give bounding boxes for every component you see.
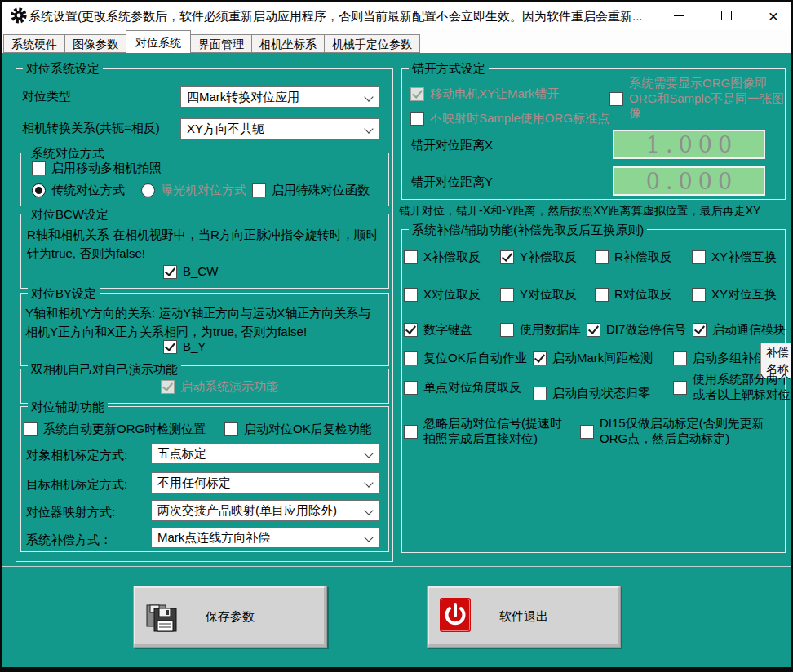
cb-show-org-image[interactable]: 系统需要显示ORG图像即ORG和Sample不是同一张图像 xyxy=(609,82,789,115)
checkbox-box xyxy=(404,351,418,365)
align-type-select[interactable]: 四Mark转换对位应用 xyxy=(180,86,380,108)
group-stagger-title: 错开方式设定 xyxy=(409,60,489,76)
checkbox-box xyxy=(163,340,177,354)
radio-dot xyxy=(32,183,46,197)
aligner-mapping-select[interactable]: 两次交接产品映射(单目应用除外) xyxy=(151,500,380,521)
cb-single-point-angle-invert[interactable]: 单点对位角度取反 xyxy=(404,378,521,396)
maximize-button[interactable] xyxy=(707,2,745,29)
group-compensation-title: 系统补偿/辅助功能(补偿先取反后互换原则) xyxy=(409,222,647,237)
checkbox-box xyxy=(500,250,514,264)
object-cam-calib-label: 对象相机标定方式: xyxy=(26,448,127,463)
radio-dot xyxy=(141,183,155,197)
cb-b-y[interactable]: B_Y xyxy=(163,338,206,356)
cb-xy-comp-swap[interactable]: XY补偿互换 xyxy=(692,248,777,266)
cb-enable-moving-multicam[interactable]: 启用移动多相机拍照 xyxy=(32,159,162,177)
group-aux-title: 对位辅助功能 xyxy=(28,399,108,414)
checkbox-box xyxy=(500,323,514,337)
tab-ui-manage[interactable]: 界面管理 xyxy=(190,34,252,53)
chevron-down-icon xyxy=(364,124,373,133)
radio-exposure-align[interactable]: 曝光机对位方式 xyxy=(141,181,246,199)
tab-robot-params[interactable]: 机械手定位参数 xyxy=(324,34,420,53)
checkbox-box xyxy=(404,250,418,264)
cb-b-cw[interactable]: B_CW xyxy=(163,263,218,281)
checkbox-box xyxy=(673,381,687,395)
checkbox-box xyxy=(533,387,547,400)
checkbox-box xyxy=(587,323,600,337)
tab-camera-coords[interactable]: 相机坐标系 xyxy=(251,34,325,53)
chevron-down-icon xyxy=(364,506,373,515)
settings-window: 系统设置(更改系统参数后，软件必须重新启动应用程序，否则当前最新配置不会立即生效… xyxy=(0,0,793,672)
cb-multi-group-comp[interactable]: 启动多组补偿 xyxy=(673,349,766,367)
stagger-dist-x-label: 错开对位距离X xyxy=(411,138,493,153)
checkbox-box xyxy=(404,323,418,337)
cb-r-align-invert[interactable]: R对位取反 xyxy=(595,285,672,303)
cb-move-motor-xy-stagger[interactable]: 移动电机XY让Mark错开 xyxy=(410,85,559,103)
cb-r-comp-invert[interactable]: R补偿取反 xyxy=(595,248,672,266)
tab-align-system[interactable]: 对位系统 xyxy=(126,30,191,53)
checkbox-box xyxy=(595,288,609,302)
checkbox-box xyxy=(32,161,46,175)
cb-numeric-keypad[interactable]: 数字键盘 xyxy=(404,321,472,338)
checkbox-box xyxy=(24,422,38,436)
panel-separator xyxy=(2,566,791,567)
checkbox-box xyxy=(410,112,424,126)
checkbox-box xyxy=(404,425,418,439)
checkbox-box xyxy=(161,380,175,394)
stagger-dist-x-input[interactable]: 1.000 xyxy=(613,130,765,159)
checkbox-box xyxy=(533,351,547,365)
save-params-button[interactable]: 保存参数 xyxy=(133,586,327,648)
radio-traditional-align[interactable]: 传统对位方式 xyxy=(32,181,125,199)
minimize-button[interactable] xyxy=(660,2,698,29)
checkbox-box xyxy=(692,288,706,302)
cb-auto-work-after-reset[interactable]: 复位OK后自动作业 xyxy=(404,349,527,367)
checkbox-box xyxy=(500,288,514,302)
checkbox-box xyxy=(595,250,609,264)
cb-x-comp-invert[interactable]: X补偿取反 xyxy=(404,248,481,266)
checkbox-box xyxy=(224,422,238,436)
cb-y-comp-invert[interactable]: Y补偿取反 xyxy=(500,248,577,266)
align-type-label: 对位类型 xyxy=(22,89,71,104)
minimize-icon xyxy=(674,15,684,16)
cb-di7-estop[interactable]: DI7做急停信号 xyxy=(587,321,686,338)
cb-ignore-start-align-signal[interactable]: 忽略启动对位信号(提速时拍照完成后直接对位) xyxy=(404,415,564,448)
checkbox-box xyxy=(404,381,418,395)
tab-image-params[interactable]: 图像参数 xyxy=(64,34,126,53)
chevron-down-icon xyxy=(364,533,373,542)
cb-di15-calib-only[interactable]: DI15仅做启动标定(否则先更新ORG点，然后启动标定) xyxy=(580,415,777,448)
power-exit-icon xyxy=(440,598,471,635)
object-cam-calib-select[interactable]: 五点标定 xyxy=(151,443,380,464)
gear-icon xyxy=(10,7,28,28)
cb-auto-state-zero[interactable]: 启动自动状态归零 xyxy=(533,384,650,402)
target-cam-calib-label: 目标相机标定方式: xyxy=(26,477,127,493)
align-type-value: 四Mark转换对位应用 xyxy=(187,90,299,105)
exit-app-button[interactable]: 软件退出 xyxy=(427,586,621,648)
cb-start-demo-function[interactable]: 启动系统演示功能 xyxy=(161,378,278,396)
cb-y-align-invert[interactable]: Y对位取反 xyxy=(500,285,577,303)
save-params-label: 保存参数 xyxy=(206,609,255,625)
cb-xy-align-swap[interactable]: XY对位互换 xyxy=(692,285,777,303)
cb-recheck-after-ok[interactable]: 启动对位OK后复检功能 xyxy=(224,420,372,438)
window-title: 系统设置(更改系统参数后，软件必须重新启动应用程序，否则当前最新配置不会立即生效… xyxy=(29,9,643,24)
cb-sample-use-org-standard[interactable]: 不映射时Sample使用ORG标准点 xyxy=(410,109,609,127)
titlebar: 系统设置(更改系统参数后，软件必须重新启动应用程序，否则当前最新配置不会立即生效… xyxy=(2,2,791,29)
stagger-dist-y-input[interactable]: 0.000 xyxy=(613,166,765,196)
tab-strip: 系统硬件 图像参数 对位系统 界面管理 相机坐标系 机械手定位参数 xyxy=(2,29,791,53)
group-align-system-title: 对位系统设定 xyxy=(23,60,103,76)
cb-comm-module[interactable]: 启动通信模块 xyxy=(693,321,786,338)
cb-mark-distance-check[interactable]: 启动Mark间距检测 xyxy=(533,349,653,367)
cb-x-align-invert[interactable]: X对位取反 xyxy=(404,285,481,303)
tab-system-hardware[interactable]: 系统硬件 xyxy=(3,34,65,53)
stagger-dist-y-label: 错开对位距离Y xyxy=(411,175,493,190)
cb-multi-target-align[interactable]: 使用系统部分两个或者以上靶标对位 xyxy=(673,371,793,404)
system-comp-mode-select[interactable]: Mark点连线方向补偿 xyxy=(151,527,380,548)
cb-auto-update-org-check[interactable]: 系统自动更新ORG时检测位置 xyxy=(24,420,206,438)
cb-use-database[interactable]: 使用数据库 xyxy=(500,321,581,338)
cb-special-align-function[interactable]: 启用特殊对位函数 xyxy=(252,181,370,199)
camera-relation-value: XY方向不共轭 xyxy=(187,122,264,137)
close-button[interactable]: × xyxy=(755,2,792,29)
target-cam-calib-select[interactable]: 不用任何标定 xyxy=(151,472,380,493)
checkbox-box xyxy=(693,323,707,337)
maximize-icon xyxy=(721,11,732,20)
by-description: Y轴和相机Y方向的关系: 运动Y轴正方向与运动X轴正方向关系与相机Y正方向和X正… xyxy=(25,304,383,341)
camera-relation-select[interactable]: XY方向不共轭 xyxy=(180,118,380,139)
